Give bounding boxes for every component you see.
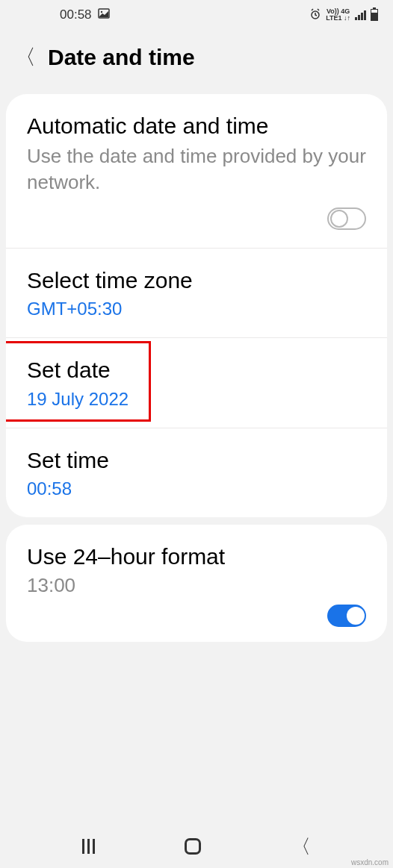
back-icon[interactable]: 〈 [15, 43, 36, 72]
status-bar: 00:58 Vo)) 4G LTE1 ↓↑ [0, 0, 393, 30]
row-title: Set date [27, 356, 366, 384]
alarm-icon [309, 8, 321, 22]
toggle-24hour[interactable] [327, 605, 366, 627]
row-title: Set time [27, 446, 366, 475]
status-right: Vo)) 4G LTE1 ↓↑ [309, 8, 378, 22]
screenshot-icon [98, 7, 110, 23]
page-title: Date and time [48, 45, 195, 70]
nav-recents-button[interactable] [82, 839, 95, 854]
row-value: 19 July 2022 [27, 389, 366, 410]
watermark: wsxdn.com [351, 858, 389, 867]
row-value: 00:58 [27, 478, 366, 499]
status-left: 00:58 [60, 7, 110, 23]
nav-home-button[interactable] [185, 838, 201, 855]
navigation-bar: 〈 [0, 825, 393, 868]
row-subtitle: Use the date and time provided by your n… [27, 143, 366, 196]
row-title: Select time zone [27, 266, 366, 295]
row-value: 13:00 [27, 574, 366, 597]
nav-back-button[interactable]: 〈 [291, 834, 311, 860]
signal-icon [355, 10, 366, 20]
network-icon: Vo)) 4G LTE1 ↓↑ [326, 8, 350, 22]
row-set-date[interactable]: Set date 19 July 2022 [6, 338, 387, 428]
battery-icon [371, 9, 378, 21]
settings-card-format: Use 24–hour format 13:00 [6, 525, 387, 642]
row-title: Use 24–hour format [27, 543, 366, 571]
settings-card-main: Automatic date and time Use the date and… [6, 94, 387, 517]
status-clock: 00:58 [60, 7, 92, 22]
svg-point-1 [100, 10, 102, 12]
row-set-time[interactable]: Set time 00:58 [6, 428, 387, 518]
row-auto-date-time[interactable]: Automatic date and time Use the date and… [6, 94, 387, 249]
toggle-auto-date[interactable] [327, 207, 366, 230]
row-24hour-format[interactable]: Use 24–hour format 13:00 [6, 525, 387, 642]
app-header: 〈 Date and time [0, 30, 393, 87]
row-value: GMT+05:30 [27, 299, 366, 319]
row-timezone[interactable]: Select time zone GMT+05:30 [6, 249, 387, 339]
row-title: Automatic date and time [27, 112, 366, 140]
